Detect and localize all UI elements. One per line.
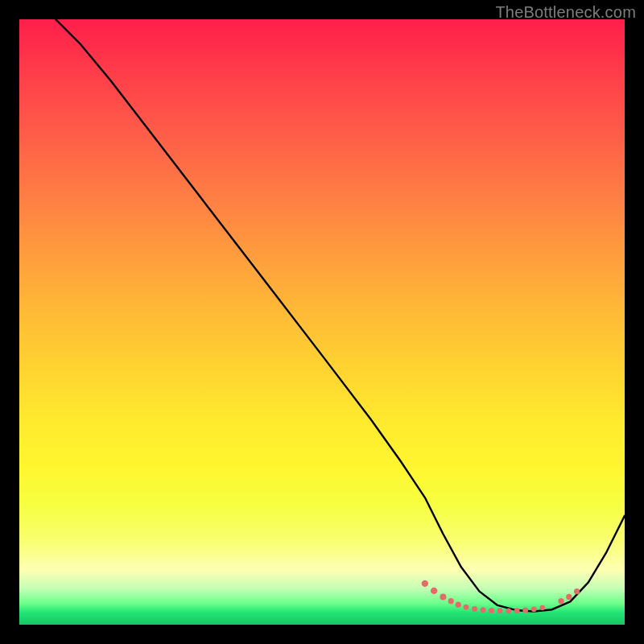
svg-point-4	[456, 602, 461, 608]
svg-point-5	[464, 605, 469, 610]
chart-svg	[19, 19, 625, 625]
svg-point-6	[472, 606, 477, 612]
bottleneck-curve	[56, 19, 625, 611]
svg-point-2	[440, 593, 446, 600]
svg-point-10	[506, 608, 511, 613]
svg-point-15	[558, 598, 564, 604]
svg-point-17	[574, 588, 580, 594]
svg-point-13	[531, 606, 537, 612]
svg-point-14	[540, 605, 545, 610]
svg-point-1	[431, 588, 437, 594]
svg-point-12	[522, 608, 528, 613]
svg-point-11	[514, 608, 520, 613]
chart-frame: TheBottleneck.com	[0, 0, 644, 644]
watermark-label: TheBottleneck.com	[495, 3, 636, 22]
svg-point-0	[422, 580, 428, 587]
svg-point-3	[448, 598, 454, 604]
svg-point-9	[497, 608, 503, 613]
plot-area	[19, 19, 625, 625]
svg-point-7	[481, 607, 486, 613]
svg-point-8	[489, 608, 494, 613]
svg-point-16	[566, 594, 572, 600]
